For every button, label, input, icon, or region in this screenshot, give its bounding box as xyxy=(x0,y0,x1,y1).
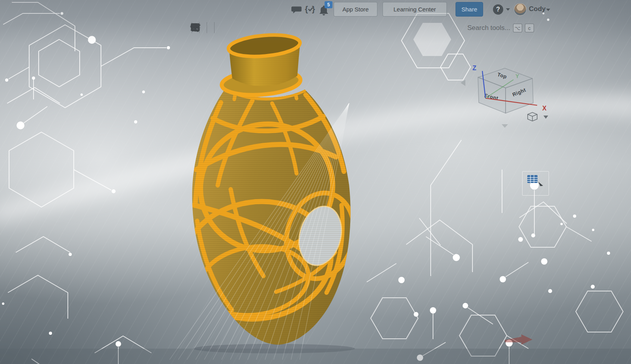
svg-text:{: { xyxy=(305,5,308,13)
view-options[interactable] xyxy=(525,110,552,125)
help-icon[interactable]: ? xyxy=(493,4,503,15)
z-axis-label: Z xyxy=(472,65,476,71)
y-axis-label: Y xyxy=(515,73,519,79)
toolbar-separator xyxy=(207,22,207,33)
rotate-left-arrow-icon[interactable] xyxy=(461,80,465,86)
shortcut-key-option: ⌥ xyxy=(513,24,522,32)
insert-table-panel[interactable] xyxy=(522,171,549,196)
user-caret-icon[interactable] xyxy=(546,9,550,11)
insert-table-icon[interactable] xyxy=(523,172,549,195)
feature-toolbar xyxy=(188,22,218,33)
search-tools-label[interactable]: Search tools... xyxy=(467,24,510,32)
svg-text:}: } xyxy=(312,5,315,13)
toolbar-separator xyxy=(214,22,215,33)
search-tools[interactable]: Search tools... ⌥ c xyxy=(467,24,534,32)
rotate-down-arrow-icon[interactable] xyxy=(502,124,508,128)
model-lattice-vase[interactable] xyxy=(175,32,363,345)
code-check-icon[interactable]: { } xyxy=(304,3,316,15)
avatar[interactable] xyxy=(514,3,526,16)
view-options-caret-icon[interactable] xyxy=(543,116,548,119)
help-caret-icon[interactable] xyxy=(506,8,510,11)
notification-badge[interactable]: 5 xyxy=(325,1,332,8)
share-button[interactable]: Share xyxy=(456,2,483,17)
shortcut-key-c: c xyxy=(525,24,534,32)
learning-center-button[interactable]: Learning Center xyxy=(383,2,447,17)
app-store-button[interactable]: App Store xyxy=(334,2,377,17)
chevron-down-icon[interactable] xyxy=(189,22,195,33)
cursor-arrow-icon xyxy=(538,182,543,186)
model-ground-shadow xyxy=(193,344,355,353)
user-menu[interactable]: Cody xyxy=(529,5,546,13)
chat-bubble-icon[interactable] xyxy=(291,4,302,16)
